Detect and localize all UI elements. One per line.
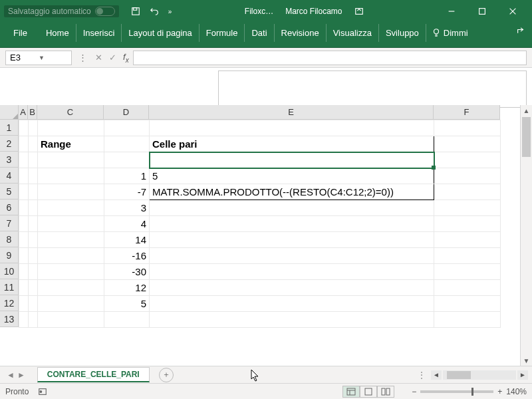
cell-e2[interactable]: Celle pari [150,136,434,152]
cell-d11[interactable]: 12 [104,280,150,296]
tab-insert[interactable]: Inserisci [76,24,122,42]
tab-formulas[interactable]: Formule [200,24,245,42]
status-ready: Pronto [5,387,29,396]
cell-d9[interactable]: -16 [104,248,150,264]
scroll-left-icon[interactable]: ◄ [431,370,442,380]
tab-developer[interactable]: Sviluppo [379,24,426,42]
col-header-d[interactable]: D [104,105,149,120]
tab-view[interactable]: Visualizza [327,24,379,42]
view-pagebreak-button[interactable] [377,386,394,398]
tell-me[interactable]: Dimmi [432,28,468,38]
name-box-value: E3 [10,53,39,63]
share-button[interactable] [516,27,525,39]
spreadsheet-grid: A B C D E F 1 2 3 4 5 6 7 8 9 10 11 12 [0,105,532,366]
tab-home[interactable]: Home [39,24,76,42]
col-header-c[interactable]: C [37,105,104,120]
row-header[interactable]: 3 [0,152,19,168]
tab-data[interactable]: Dati [245,24,274,42]
row-header[interactable]: 10 [0,263,19,279]
scroll-down-icon[interactable]: ▼ [521,355,532,366]
lightbulb-icon [432,28,441,37]
tab-file[interactable]: File [7,24,39,42]
hscroll-thumb[interactable] [447,371,471,379]
fx-icon[interactable]: fx [123,52,129,64]
cell-e4[interactable]: 5 [150,168,434,184]
zoom-in-button[interactable]: + [497,387,502,396]
row-header[interactable]: 8 [0,231,19,247]
title-bar: Salvataggio automatico » Filoxc… Marco F… [0,0,532,23]
row-header[interactable]: 9 [0,247,19,263]
cell-d4[interactable]: 1 [104,168,150,184]
cell-c2[interactable]: Range [38,136,104,152]
vertical-scrollbar[interactable]: ▲ ▼ [520,105,532,366]
macro-record-icon[interactable] [38,387,47,396]
tell-me-label: Dimmi [444,28,468,38]
chevron-down-icon: ▼ [39,55,67,61]
svg-rect-15 [365,388,372,395]
cursor-icon [250,368,261,382]
cancel-icon[interactable]: ✕ [95,53,102,63]
cell-e3-selected[interactable] [150,152,434,168]
sheet-nav-next-icon[interactable]: ► [17,370,25,380]
sheet-nav-prev-icon[interactable]: ◄ [7,370,15,380]
svg-rect-1 [133,8,136,11]
tab-layout[interactable]: Layout di pagina [122,24,199,42]
toggle-icon [95,7,115,16]
row-header[interactable]: 13 [0,311,19,327]
row-header[interactable]: 7 [0,215,19,231]
svg-rect-4 [479,9,485,15]
scroll-right-icon[interactable]: ► [517,370,528,380]
save-icon[interactable] [131,7,140,16]
autosave-label: Salvataggio automatico [8,7,91,16]
cell-d10[interactable]: -30 [104,264,150,280]
zoom-slider[interactable] [420,390,493,393]
col-header-f[interactable]: F [434,105,500,120]
share-icon [516,27,525,37]
name-box[interactable]: E3 ▼ [5,51,72,65]
add-sheet-button[interactable]: ＋ [159,368,174,382]
tab-review[interactable]: Revisione [275,24,327,42]
minimize-button[interactable] [436,0,467,23]
cells-table[interactable]: RangeCelle pari 15 -7MATR.SOMMA.PRODOTTO… [19,120,501,328]
cell-d6[interactable]: 3 [104,200,150,216]
sheet-tab-active[interactable]: CONTARE_CELLE_PARI [37,367,150,382]
cell-d5[interactable]: -7 [104,184,150,200]
row-header[interactable]: 2 [0,136,19,152]
scroll-up-icon[interactable]: ▲ [521,105,532,116]
formula-bar-expanded[interactable] [218,70,527,108]
horizontal-scrollbar[interactable]: ⋮ ◄ ► [415,370,532,380]
maximize-button[interactable] [467,0,497,23]
svg-rect-17 [386,388,390,395]
undo-icon[interactable] [150,7,159,16]
row-header[interactable]: 5 [0,184,19,200]
row-header[interactable]: 1 [0,120,19,136]
row-header[interactable]: 11 [0,279,19,295]
row-header[interactable]: 12 [0,295,19,311]
col-header-e[interactable]: E [149,105,434,120]
col-header-a[interactable]: A [19,105,28,120]
split-handle-icon[interactable]: ⋮ [415,370,430,380]
row-header[interactable]: 4 [0,168,19,184]
sheet-tab-bar: ◄ ► CONTARE_CELLE_PARI ＋ ⋮ ◄ ► [0,366,532,383]
ribbon-display-icon[interactable] [354,7,364,16]
cell-e5[interactable]: MATR.SOMMA.PRODOTTO(--(RESTO(C4:C12;2)=0… [150,184,434,200]
view-pagelayout-button[interactable] [360,386,377,398]
select-all-corner[interactable] [0,105,19,120]
scroll-thumb[interactable] [522,117,531,157]
close-button[interactable] [497,0,528,23]
cell-d8[interactable]: 14 [104,232,150,248]
enter-icon[interactable]: ✓ [109,53,116,63]
formula-input[interactable] [133,51,527,65]
svg-point-7 [434,29,438,34]
row-header[interactable]: 6 [0,200,19,215]
cell-d7[interactable]: 4 [104,216,150,232]
col-header-b[interactable]: B [28,105,37,120]
view-normal-button[interactable] [342,386,360,398]
namebox-drag-icon[interactable]: ⋮ [76,53,91,63]
document-name: Filoxc… [245,7,273,16]
cell-d12[interactable]: 5 [104,296,150,312]
formula-bar: E3 ▼ ⋮ ✕ ✓ fx [0,48,532,68]
autosave-toggle[interactable]: Salvataggio automatico [4,5,119,17]
zoom-out-button[interactable]: − [412,387,416,396]
zoom-level[interactable]: 140% [506,387,527,396]
